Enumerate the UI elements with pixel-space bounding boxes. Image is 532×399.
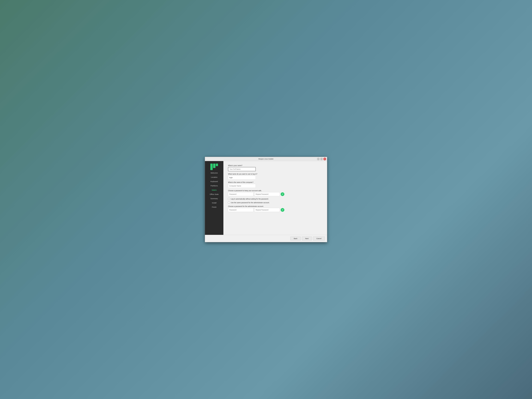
computer-name-group: What is the name of this computer? — [228, 181, 323, 188]
admin-password-label: Choose a password for the administrator … — [228, 205, 323, 207]
sidebar-item-users[interactable]: Users — [205, 188, 223, 192]
sidebar-item-keyboard[interactable]: Keyboard — [205, 179, 223, 184]
manjaro-logo — [210, 163, 218, 171]
admin-password-row: ✓ — [228, 208, 323, 212]
admin-password-group: Choose a password for the administrator … — [228, 205, 323, 212]
sidebar-item-summary[interactable]: Summary — [205, 196, 223, 201]
main-content: What is your name? What name do you want… — [223, 161, 327, 235]
login-name-group: What name do you want to use to log in? — [228, 173, 323, 179]
svg-rect-0 — [210, 164, 213, 170]
same-password-checkbox[interactable] — [228, 202, 230, 203]
window-title: Manjaro Linux Installer — [259, 158, 274, 160]
full-name-group: What is your name? — [228, 165, 323, 171]
full-name-label: What is your name? — [228, 165, 323, 166]
auto-login-label: Log in automatically without asking for … — [231, 198, 269, 200]
footer: Back Next Cancel — [205, 235, 327, 242]
user-password-label: Choose a password to keep your account s… — [228, 190, 323, 191]
back-button[interactable]: Back — [290, 237, 301, 241]
auto-login-row: Log in automatically without asking for … — [228, 198, 323, 200]
sidebar-item-partitions[interactable]: Partitions — [205, 184, 223, 188]
computer-name-label: What is the name of this computer? — [228, 181, 323, 183]
installer-window: Manjaro Linux Installer – □ ✕ Welcome Lo… — [205, 157, 327, 242]
close-button[interactable]: ✕ — [323, 158, 326, 160]
login-name-input[interactable] — [228, 176, 256, 179]
sidebar-item-welcome[interactable]: Welcome — [205, 171, 223, 175]
svg-rect-2 — [216, 164, 218, 166]
admin-password-check-icon: ✓ — [281, 208, 284, 212]
user-password-input[interactable] — [228, 192, 253, 196]
sidebar-item-finish[interactable]: Finish — [205, 205, 223, 209]
same-password-row: Use the same password for the administra… — [228, 202, 323, 203]
user-repeat-password-input[interactable] — [254, 192, 280, 196]
auto-login-checkbox[interactable] — [228, 198, 230, 200]
minimize-button[interactable]: – — [317, 158, 320, 160]
titlebar: Manjaro Linux Installer – □ ✕ — [205, 157, 327, 161]
admin-password-input[interactable] — [228, 208, 253, 212]
user-password-group: Choose a password to keep your account s… — [228, 190, 323, 196]
admin-repeat-password-input[interactable] — [254, 208, 280, 212]
full-name-input[interactable] — [228, 167, 256, 171]
next-button[interactable]: Next — [302, 237, 312, 241]
user-password-check-icon: ✓ — [281, 192, 284, 196]
sidebar-item-install[interactable]: Install — [205, 201, 223, 205]
cancel-button[interactable]: Cancel — [313, 237, 325, 241]
computer-name-input[interactable] — [228, 184, 256, 188]
sidebar-item-office-suite[interactable]: Office Suite — [205, 192, 223, 196]
same-password-label: Use the same password for the administra… — [231, 202, 269, 203]
maximize-button[interactable]: □ — [320, 158, 323, 160]
svg-rect-1 — [213, 164, 215, 168]
user-password-row: ✓ — [228, 192, 323, 196]
window-body: Welcome Location Keyboard Partitions Use… — [205, 161, 327, 235]
sidebar-item-location[interactable]: Location — [205, 175, 223, 179]
sidebar: Welcome Location Keyboard Partitions Use… — [205, 161, 223, 235]
window-controls: – □ ✕ — [317, 157, 326, 161]
sidebar-navigation: Welcome Location Keyboard Partitions Use… — [205, 171, 223, 209]
login-name-label: What name do you want to use to log in? — [228, 173, 323, 175]
